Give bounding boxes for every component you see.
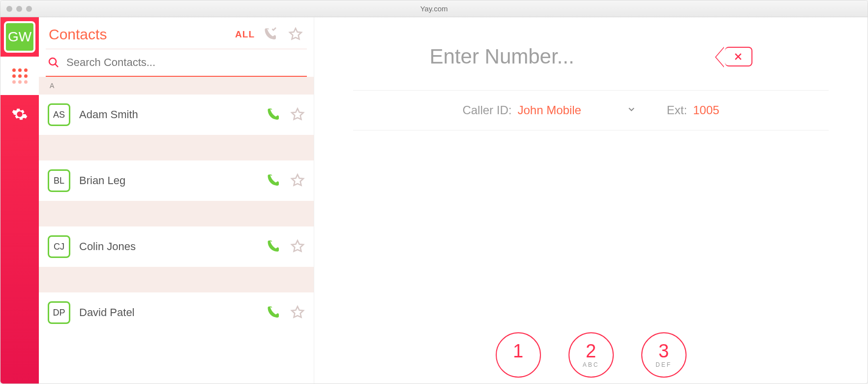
contact-initials: AS <box>48 103 70 126</box>
list-gap <box>39 135 314 160</box>
contact-row[interactable]: DP David Patel <box>39 292 314 333</box>
favorite-icon[interactable] <box>290 305 305 320</box>
key-2[interactable]: 2ABC <box>569 332 614 378</box>
favorite-icon[interactable] <box>290 107 305 122</box>
key-1[interactable]: 1 <box>496 332 541 378</box>
contacts-panel: Contacts ALL A AS Adam Smit <box>39 17 314 384</box>
filter-recents[interactable] <box>263 26 279 43</box>
gear-icon <box>11 106 28 123</box>
contact-name: David Patel <box>79 306 135 319</box>
contact-row[interactable]: CJ Colin Jones <box>39 226 314 267</box>
keypad: 1 2ABC 3DEF <box>496 332 687 384</box>
favorite-icon[interactable] <box>290 239 305 254</box>
caller-id-row: Caller ID: John Mobile Ext: 1005 <box>462 103 719 117</box>
nav-settings[interactable] <box>0 95 39 133</box>
key-3[interactable]: 3DEF <box>641 332 687 378</box>
filter-favorites[interactable] <box>287 26 304 43</box>
contact-name: Colin Jones <box>79 240 136 253</box>
search-icon <box>48 56 60 69</box>
contact-row[interactable]: AS Adam Smith <box>39 95 314 135</box>
star-icon <box>288 27 303 42</box>
call-icon[interactable] <box>267 107 281 122</box>
backspace-button[interactable] <box>725 47 752 66</box>
ext-value: 1005 <box>693 103 719 117</box>
favorite-icon[interactable] <box>290 173 305 188</box>
phone-check-icon <box>264 27 278 42</box>
contacts-title: Contacts <box>49 26 107 43</box>
svg-point-0 <box>49 58 56 65</box>
ext-label: Ext: <box>667 103 687 117</box>
call-icon[interactable] <box>267 173 281 188</box>
nav-dialpad[interactable] <box>0 57 39 95</box>
svg-line-1 <box>55 64 58 67</box>
contact-initials: BL <box>48 169 70 192</box>
search-input[interactable] <box>66 56 305 69</box>
sidebar-nav: GW <box>0 17 39 384</box>
caller-id-label: Caller ID: <box>462 103 511 117</box>
chevron-down-icon <box>627 104 636 114</box>
dialer-panel: Caller ID: John Mobile Ext: 1005 1 2ABC … <box>314 17 868 384</box>
contact-name: Brian Leg <box>79 174 125 187</box>
app-window: Yay.com GW Contacts ALL <box>0 0 868 384</box>
user-avatar[interactable]: GW <box>4 21 35 53</box>
caller-id-value[interactable]: John Mobile <box>517 103 581 117</box>
list-gap <box>39 267 314 292</box>
dialpad-icon <box>12 68 28 84</box>
contact-initials: CJ <box>48 235 70 258</box>
close-icon <box>733 52 743 62</box>
list-gap <box>39 201 314 226</box>
contact-name: Adam Smith <box>79 108 138 121</box>
contact-row[interactable]: BL Brian Leg <box>39 160 314 201</box>
contact-list[interactable]: A AS Adam Smith BL Brian Leg <box>39 77 314 384</box>
filter-all[interactable]: ALL <box>235 29 255 40</box>
call-icon[interactable] <box>267 305 281 320</box>
search-row <box>39 49 314 76</box>
call-icon[interactable] <box>267 239 281 254</box>
window-title: Yay.com <box>0 4 868 13</box>
section-header: A <box>39 77 314 95</box>
titlebar: Yay.com <box>0 0 868 17</box>
number-input[interactable] <box>430 45 705 68</box>
caller-id-dropdown[interactable] <box>627 103 636 117</box>
contact-initials: DP <box>48 301 70 324</box>
